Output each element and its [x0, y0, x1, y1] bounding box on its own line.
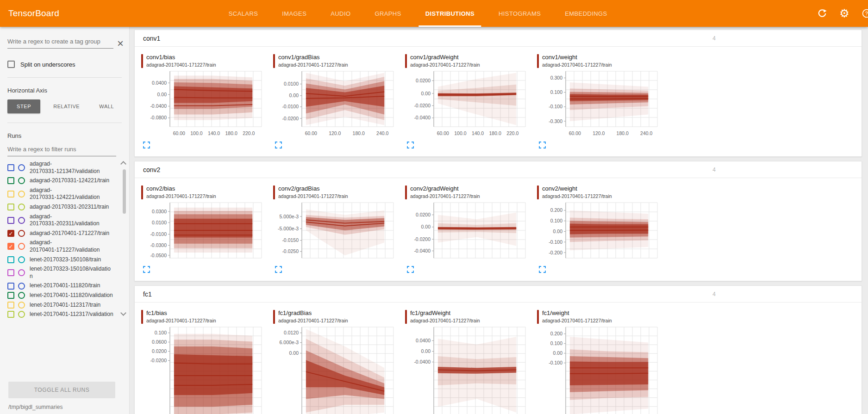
chart-card-conv1-bias: conv1/biasadagrad-20170401-171227/train0… — [137, 50, 269, 154]
run-label: adagrad-20170331-121347/validation — [30, 161, 100, 175]
distribution-plot: 0.04000.00-0.0400-0.0800 — [141, 71, 264, 128]
x-axis-labels: 60.00100.0140.0180.0220.0 — [141, 130, 269, 137]
run-color-circle — [18, 302, 25, 309]
run-item[interactable]: ✓adagrad-20170401-171227/train — [7, 230, 113, 237]
distribution-plot: 0.2000.1000.00-0.100 — [537, 327, 660, 414]
tab-distributions[interactable]: DISTRIBUTIONS — [413, 0, 487, 27]
run-label: lenet-20170401-111820/validation — [30, 292, 113, 299]
chart-title-block: conv1/gradBiasadagrad-20170401-171227/tr… — [273, 54, 401, 68]
svg-text:0.0600: 0.0600 — [152, 339, 167, 345]
svg-text:0.00: 0.00 — [421, 224, 431, 229]
main-content: conv14conv1/biasadagrad-20170401-171227/… — [130, 27, 868, 414]
run-item[interactable]: lenet-20170401-112317/validation — [7, 311, 113, 318]
distribution-plot: 0.04000.00-0.0400 — [405, 327, 528, 414]
run-color-bar — [405, 54, 407, 68]
expand-chart-icon[interactable] — [275, 142, 282, 149]
tab-scalars[interactable]: SCALARS — [217, 0, 270, 27]
x-tick-label: 60.00 — [569, 130, 581, 136]
section-header-conv1[interactable]: conv14 — [135, 30, 862, 47]
refresh-icon[interactable] — [814, 6, 830, 21]
tab-graphs[interactable]: GRAPHS — [362, 0, 413, 27]
section-header-conv2[interactable]: conv24 — [135, 161, 862, 178]
run-checkbox[interactable] — [7, 217, 14, 224]
svg-text:-0.0100: -0.0100 — [282, 104, 299, 109]
expand-chart-icon[interactable] — [143, 266, 150, 273]
run-item[interactable]: adagrad-20170331-202311/train — [7, 204, 113, 211]
svg-text:-0.0400: -0.0400 — [414, 115, 431, 120]
run-color-circle — [18, 191, 25, 198]
run-color-bar — [273, 185, 275, 199]
section-header-fc1[interactable]: fc14 — [135, 286, 862, 303]
svg-text:0.100: 0.100 — [550, 340, 562, 346]
axis-button-wall[interactable]: WALL — [93, 99, 120, 113]
svg-text:-5.000e-3: -5.000e-3 — [278, 226, 299, 231]
scroll-down-icon[interactable] — [121, 311, 125, 315]
run-item[interactable]: adagrad-20170331-124221/train — [7, 177, 113, 185]
close-icon[interactable]: × — [113, 39, 125, 49]
run-checkbox[interactable]: ✓ — [7, 243, 14, 250]
run-item[interactable]: lenet-20170323-150108/train — [7, 256, 113, 264]
settings-icon[interactable]: ⚙ — [837, 6, 852, 21]
toggle-all-runs-button[interactable]: TOGGLE ALL RUNS — [8, 382, 115, 398]
chart-card-fc1-weight: fc1/weightadagrad-20170401-171227/train0… — [533, 306, 665, 414]
run-checkbox[interactable] — [7, 164, 14, 171]
run-item[interactable]: adagrad-20170331-121347/validation — [7, 161, 113, 175]
expand-chart-icon[interactable] — [143, 142, 150, 149]
svg-text:0.0400: 0.0400 — [152, 80, 167, 86]
run-checkbox[interactable] — [7, 191, 14, 198]
run-checkbox[interactable] — [7, 302, 14, 309]
split-underscores-checkbox-row[interactable]: Split on underscores — [7, 61, 129, 68]
run-checkbox[interactable]: ✓ — [7, 230, 14, 237]
run-checkbox[interactable] — [7, 256, 14, 263]
axis-button-relative[interactable]: RELATIVE — [47, 99, 86, 113]
chart-card-fc1-gradWeight: fc1/gradWeightadagrad-20170401-171227/tr… — [401, 306, 533, 414]
run-item[interactable]: ✓adagrad-20170401-171227/validation — [7, 239, 113, 253]
chart-card-conv1-gradBias: conv1/gradBiasadagrad-20170401-171227/tr… — [269, 50, 401, 154]
svg-text:0.200: 0.200 — [550, 207, 562, 213]
tab-histograms[interactable]: HISTOGRAMS — [487, 0, 553, 27]
expand-chart-icon[interactable] — [407, 142, 414, 149]
run-checkbox[interactable] — [7, 311, 14, 318]
run-checkbox[interactable] — [7, 204, 14, 210]
svg-text:0.00: 0.00 — [421, 91, 431, 96]
run-checkbox[interactable] — [7, 283, 14, 290]
help-icon[interactable]: ? — [859, 6, 868, 21]
scroll-up-icon[interactable] — [121, 160, 125, 165]
expand-chart-icon[interactable] — [275, 266, 282, 273]
run-checkbox[interactable] — [7, 177, 14, 184]
expand-icon-glyph — [539, 266, 546, 273]
x-tick-label: 180.0 — [353, 130, 365, 136]
scrollbar-thumb[interactable] — [123, 169, 126, 214]
run-color-circle — [18, 283, 25, 290]
runs-regex-input[interactable] — [7, 143, 116, 156]
run-item[interactable]: lenet-20170401-111820/validation — [7, 292, 113, 299]
svg-text:0.00: 0.00 — [289, 93, 299, 98]
expand-chart-icon[interactable] — [539, 266, 546, 273]
tag-group-regex-input[interactable] — [7, 35, 113, 49]
run-item[interactable]: lenet-20170401-112317/train — [7, 302, 113, 309]
chart-title-block: fc1/weightadagrad-20170401-171227/train — [537, 310, 665, 324]
distribution-plot: 0.01000.00-0.0100-0.0200 — [273, 71, 396, 128]
x-tick-label: 140.0 — [208, 130, 220, 136]
expand-chart-icon[interactable] — [407, 266, 414, 273]
app-header: TensorBoard SCALARSIMAGESAUDIOGRAPHSDIST… — [0, 0, 868, 27]
chart-card-conv2-gradWeight: conv2/gradWeightadagrad-20170401-171227/… — [401, 182, 533, 278]
axis-button-step[interactable]: STEP — [7, 99, 40, 113]
split-underscores-checkbox[interactable] — [7, 61, 15, 68]
section-title: conv2 — [143, 166, 160, 173]
run-item[interactable]: adagrad-20170331-202311/validation — [7, 213, 113, 228]
run-checkbox[interactable] — [7, 269, 14, 276]
chart-title: conv1/bias — [146, 54, 216, 61]
tab-audio[interactable]: AUDIO — [318, 0, 362, 27]
run-label: adagrad-20170331-124221/validation — [30, 187, 100, 201]
run-item[interactable]: lenet-20170401-111820/train — [7, 282, 113, 290]
chart-run-subtitle: adagrad-20170401-171227/train — [410, 193, 480, 199]
chart-title: fc1/gradBias — [278, 310, 348, 317]
chart-title: fc1/gradWeight — [410, 310, 480, 317]
tab-images[interactable]: IMAGES — [270, 0, 318, 27]
run-item[interactable]: lenet-20170323-150108/validation — [7, 266, 113, 280]
run-item[interactable]: adagrad-20170331-124221/validation — [7, 187, 113, 201]
tab-embeddings[interactable]: EMBEDDINGS — [553, 0, 619, 27]
run-checkbox[interactable] — [7, 292, 14, 299]
expand-chart-icon[interactable] — [539, 142, 546, 149]
